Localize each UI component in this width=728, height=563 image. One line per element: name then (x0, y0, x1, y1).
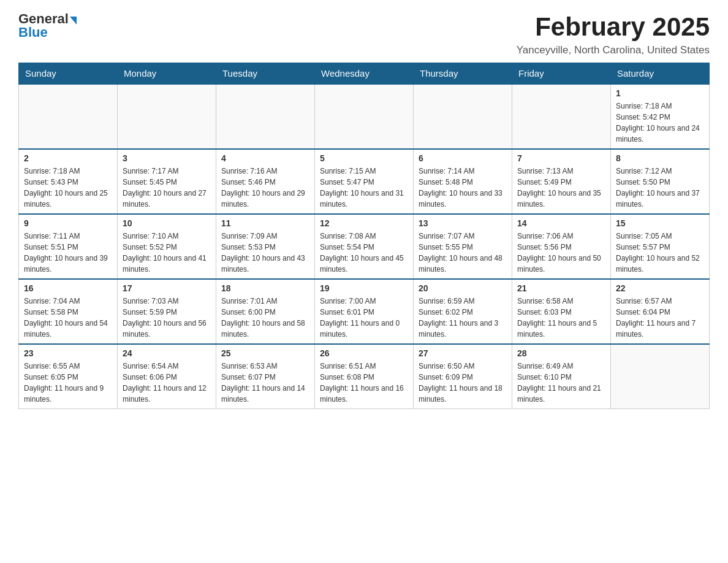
calendar-day-cell: 6Sunrise: 7:14 AM Sunset: 5:48 PM Daylig… (414, 149, 512, 214)
calendar-week-row: 23Sunrise: 6:55 AM Sunset: 6:05 PM Dayli… (19, 344, 710, 409)
day-info: Sunrise: 6:50 AM Sunset: 6:09 PM Dayligh… (419, 361, 507, 405)
day-number: 6 (419, 153, 507, 163)
calendar-day-cell: 18Sunrise: 7:01 AM Sunset: 6:00 PM Dayli… (216, 279, 315, 344)
calendar-day-cell: 16Sunrise: 7:04 AM Sunset: 5:58 PM Dayli… (19, 279, 118, 344)
page-header: General Blue February 2025 Yanceyville, … (18, 12, 710, 56)
calendar-day-cell: 25Sunrise: 6:53 AM Sunset: 6:07 PM Dayli… (216, 344, 315, 409)
calendar-week-row: 1Sunrise: 7:18 AM Sunset: 5:42 PM Daylig… (19, 84, 710, 149)
day-info: Sunrise: 7:18 AM Sunset: 5:43 PM Dayligh… (24, 166, 112, 210)
calendar-day-header-monday: Monday (118, 63, 216, 85)
day-number: 1 (616, 88, 704, 98)
calendar-day-cell: 3Sunrise: 7:17 AM Sunset: 5:45 PM Daylig… (118, 149, 216, 214)
day-info: Sunrise: 7:08 AM Sunset: 5:54 PM Dayligh… (320, 231, 408, 275)
day-number: 8 (616, 153, 704, 163)
calendar-day-header-friday: Friday (512, 63, 611, 85)
calendar-day-cell: 2Sunrise: 7:18 AM Sunset: 5:43 PM Daylig… (19, 149, 118, 214)
calendar-day-cell: 26Sunrise: 6:51 AM Sunset: 6:08 PM Dayli… (315, 344, 414, 409)
calendar-day-cell: 12Sunrise: 7:08 AM Sunset: 5:54 PM Dayli… (315, 214, 414, 279)
day-info: Sunrise: 7:11 AM Sunset: 5:51 PM Dayligh… (24, 231, 112, 275)
calendar-day-cell: 5Sunrise: 7:15 AM Sunset: 5:47 PM Daylig… (315, 149, 414, 214)
day-number: 24 (123, 348, 211, 358)
calendar-day-cell: 21Sunrise: 6:58 AM Sunset: 6:03 PM Dayli… (512, 279, 611, 344)
day-number: 22 (616, 283, 704, 293)
day-number: 28 (517, 348, 605, 358)
logo: General Blue (18, 12, 77, 39)
calendar-day-cell: 24Sunrise: 6:54 AM Sunset: 6:06 PM Dayli… (118, 344, 216, 409)
day-info: Sunrise: 6:58 AM Sunset: 6:03 PM Dayligh… (517, 296, 605, 340)
calendar-day-cell: 17Sunrise: 7:03 AM Sunset: 5:59 PM Dayli… (118, 279, 216, 344)
day-info: Sunrise: 7:15 AM Sunset: 5:47 PM Dayligh… (320, 166, 408, 210)
calendar-day-cell: 14Sunrise: 7:06 AM Sunset: 5:56 PM Dayli… (512, 214, 611, 279)
calendar-table: SundayMondayTuesdayWednesdayThursdayFrid… (18, 63, 710, 409)
calendar-day-cell: 10Sunrise: 7:10 AM Sunset: 5:52 PM Dayli… (118, 214, 216, 279)
calendar-day-cell: 8Sunrise: 7:12 AM Sunset: 5:50 PM Daylig… (611, 149, 710, 214)
day-number: 21 (517, 283, 605, 293)
calendar-header-row: SundayMondayTuesdayWednesdayThursdayFrid… (19, 63, 710, 85)
calendar-day-cell: 4Sunrise: 7:16 AM Sunset: 5:46 PM Daylig… (216, 149, 315, 214)
month-title: February 2025 (517, 12, 710, 42)
day-info: Sunrise: 6:54 AM Sunset: 6:06 PM Dayligh… (123, 361, 211, 405)
day-info: Sunrise: 7:16 AM Sunset: 5:46 PM Dayligh… (221, 166, 309, 210)
day-info: Sunrise: 6:51 AM Sunset: 6:08 PM Dayligh… (320, 361, 408, 405)
day-info: Sunrise: 7:05 AM Sunset: 5:57 PM Dayligh… (616, 231, 704, 275)
calendar-day-cell: 20Sunrise: 6:59 AM Sunset: 6:02 PM Dayli… (414, 279, 512, 344)
day-number: 16 (24, 283, 112, 293)
calendar-day-cell (512, 84, 611, 149)
day-number: 13 (419, 218, 507, 228)
calendar-day-cell: 1Sunrise: 7:18 AM Sunset: 5:42 PM Daylig… (611, 84, 710, 149)
day-number: 5 (320, 153, 408, 163)
day-number: 15 (616, 218, 704, 228)
day-info: Sunrise: 6:53 AM Sunset: 6:07 PM Dayligh… (221, 361, 309, 405)
calendar-day-header-thursday: Thursday (414, 63, 512, 85)
day-number: 18 (221, 283, 309, 293)
calendar-day-cell: 22Sunrise: 6:57 AM Sunset: 6:04 PM Dayli… (611, 279, 710, 344)
calendar-day-cell: 7Sunrise: 7:13 AM Sunset: 5:49 PM Daylig… (512, 149, 611, 214)
calendar-day-cell (315, 84, 414, 149)
day-info: Sunrise: 7:10 AM Sunset: 5:52 PM Dayligh… (123, 231, 211, 275)
day-number: 27 (419, 348, 507, 358)
calendar-day-header-tuesday: Tuesday (216, 63, 315, 85)
day-info: Sunrise: 7:03 AM Sunset: 5:59 PM Dayligh… (123, 296, 211, 340)
calendar-day-cell (414, 84, 512, 149)
calendar-day-cell: 11Sunrise: 7:09 AM Sunset: 5:53 PM Dayli… (216, 214, 315, 279)
day-info: Sunrise: 7:09 AM Sunset: 5:53 PM Dayligh… (221, 231, 309, 275)
day-number: 2 (24, 153, 112, 163)
calendar-week-row: 16Sunrise: 7:04 AM Sunset: 5:58 PM Dayli… (19, 279, 710, 344)
calendar-day-cell: 13Sunrise: 7:07 AM Sunset: 5:55 PM Dayli… (414, 214, 512, 279)
calendar-day-cell (118, 84, 216, 149)
title-section: February 2025 Yanceyville, North Carolin… (517, 12, 710, 56)
calendar-week-row: 2Sunrise: 7:18 AM Sunset: 5:43 PM Daylig… (19, 149, 710, 214)
day-info: Sunrise: 6:49 AM Sunset: 6:10 PM Dayligh… (517, 361, 605, 405)
logo-arrow-icon (70, 17, 77, 25)
day-info: Sunrise: 6:57 AM Sunset: 6:04 PM Dayligh… (616, 296, 704, 340)
day-info: Sunrise: 7:14 AM Sunset: 5:48 PM Dayligh… (419, 166, 507, 210)
day-number: 19 (320, 283, 408, 293)
day-info: Sunrise: 6:55 AM Sunset: 6:05 PM Dayligh… (24, 361, 112, 405)
calendar-day-cell: 28Sunrise: 6:49 AM Sunset: 6:10 PM Dayli… (512, 344, 611, 409)
day-number: 4 (221, 153, 309, 163)
day-number: 26 (320, 348, 408, 358)
logo-blue-text: Blue (18, 26, 48, 39)
location-text: Yanceyville, North Carolina, United Stat… (517, 44, 710, 56)
day-info: Sunrise: 6:59 AM Sunset: 6:02 PM Dayligh… (419, 296, 507, 340)
day-info: Sunrise: 7:17 AM Sunset: 5:45 PM Dayligh… (123, 166, 211, 210)
day-info: Sunrise: 7:01 AM Sunset: 6:00 PM Dayligh… (221, 296, 309, 340)
day-number: 7 (517, 153, 605, 163)
calendar-day-cell (19, 84, 118, 149)
day-info: Sunrise: 7:12 AM Sunset: 5:50 PM Dayligh… (616, 166, 704, 210)
day-info: Sunrise: 7:13 AM Sunset: 5:49 PM Dayligh… (517, 166, 605, 210)
calendar-day-cell (611, 344, 710, 409)
day-info: Sunrise: 7:18 AM Sunset: 5:42 PM Dayligh… (616, 101, 704, 145)
day-info: Sunrise: 7:07 AM Sunset: 5:55 PM Dayligh… (419, 231, 507, 275)
day-info: Sunrise: 7:04 AM Sunset: 5:58 PM Dayligh… (24, 296, 112, 340)
calendar-week-row: 9Sunrise: 7:11 AM Sunset: 5:51 PM Daylig… (19, 214, 710, 279)
day-number: 14 (517, 218, 605, 228)
calendar-day-cell: 15Sunrise: 7:05 AM Sunset: 5:57 PM Dayli… (611, 214, 710, 279)
day-number: 10 (123, 218, 211, 228)
calendar-day-header-wednesday: Wednesday (315, 63, 414, 85)
day-info: Sunrise: 7:06 AM Sunset: 5:56 PM Dayligh… (517, 231, 605, 275)
day-number: 25 (221, 348, 309, 358)
day-number: 9 (24, 218, 112, 228)
day-number: 23 (24, 348, 112, 358)
day-info: Sunrise: 7:00 AM Sunset: 6:01 PM Dayligh… (320, 296, 408, 340)
